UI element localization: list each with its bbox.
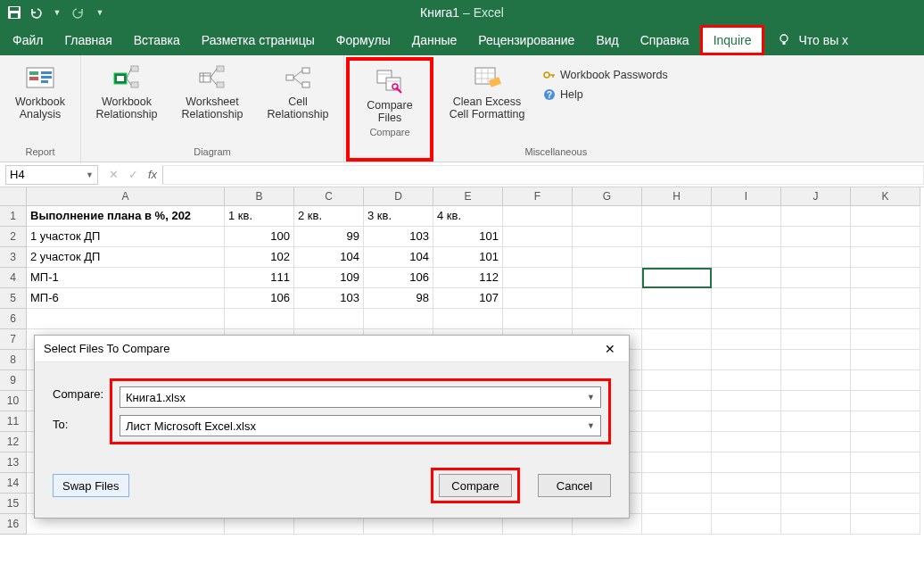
cell[interactable]	[364, 309, 433, 329]
cell[interactable]	[851, 473, 920, 494]
select-all-corner[interactable]	[0, 187, 27, 206]
tab-layout[interactable]: Разметка страницы	[191, 25, 326, 55]
row-header[interactable]: 8	[0, 350, 27, 370]
cell[interactable]	[573, 206, 642, 227]
cell[interactable]	[294, 309, 364, 329]
worksheet-relationship-button[interactable]: Worksheet Relationship	[176, 62, 249, 120]
cell[interactable]	[642, 370, 712, 391]
tab-view[interactable]: Вид	[585, 25, 629, 55]
cell[interactable]	[781, 268, 851, 288]
cell[interactable]	[573, 309, 642, 329]
cell[interactable]	[781, 227, 851, 247]
tab-formulas[interactable]: Формулы	[326, 25, 401, 55]
save-icon[interactable]	[5, 4, 23, 21]
cell[interactable]: 101	[433, 227, 503, 247]
workbook-relationship-button[interactable]: Workbook Relationship	[90, 62, 163, 120]
cell[interactable]	[642, 391, 712, 411]
cell[interactable]: 4 кв.	[433, 206, 503, 227]
cell[interactable]	[851, 329, 920, 350]
cell[interactable]	[573, 268, 642, 288]
cell[interactable]	[503, 288, 573, 309]
cell-relationship-button[interactable]: Cell Relationship	[261, 62, 334, 120]
cell[interactable]	[642, 452, 712, 473]
cell[interactable]	[851, 514, 920, 535]
formula-input[interactable]	[162, 165, 924, 185]
col-header[interactable]: D	[364, 187, 433, 206]
cell[interactable]: 1 кв.	[225, 206, 294, 227]
compare-button[interactable]: Compare	[439, 474, 512, 497]
cell[interactable]	[642, 309, 712, 329]
cancel-formula-icon[interactable]: ✕	[103, 168, 123, 181]
cell[interactable]: 100	[225, 227, 294, 247]
cell[interactable]	[851, 411, 920, 432]
cell[interactable]	[851, 391, 920, 411]
col-header[interactable]: I	[712, 187, 781, 206]
col-header[interactable]: A	[27, 187, 225, 206]
tab-home[interactable]: Главная	[54, 25, 122, 55]
tab-insert[interactable]: Вставка	[123, 25, 191, 55]
cell[interactable]: 106	[364, 268, 433, 288]
cell[interactable]	[642, 227, 712, 247]
cell[interactable]: 104	[294, 247, 364, 268]
workbook-analysis-button[interactable]: Workbook Analysis	[9, 62, 71, 120]
col-header[interactable]: E	[433, 187, 503, 206]
cell[interactable]	[851, 309, 920, 329]
cell[interactable]	[642, 247, 712, 268]
col-header[interactable]: C	[294, 187, 364, 206]
cell[interactable]	[712, 391, 781, 411]
compare-files-button[interactable]: Compare Files	[360, 66, 419, 124]
cell[interactable]	[712, 247, 781, 268]
cell[interactable]	[642, 411, 712, 432]
cell[interactable]: МП-6	[27, 288, 225, 309]
col-header[interactable]: J	[781, 187, 851, 206]
row-header[interactable]: 2	[0, 227, 27, 247]
row-header[interactable]: 13	[0, 452, 27, 473]
cell[interactable]: 103	[364, 227, 433, 247]
cell[interactable]	[712, 206, 781, 227]
cell[interactable]	[712, 288, 781, 309]
row-header[interactable]: 5	[0, 288, 27, 309]
tell-me-icon[interactable]	[771, 25, 796, 55]
cell[interactable]	[712, 452, 781, 473]
cell[interactable]	[503, 206, 573, 227]
cell[interactable]	[781, 329, 851, 350]
cell[interactable]	[712, 350, 781, 370]
cell[interactable]	[781, 411, 851, 432]
to-file-combo[interactable]: Лист Microsoft Excel.xlsx ▼	[120, 415, 601, 436]
cell[interactable]	[781, 288, 851, 309]
cell[interactable]: 111	[225, 268, 294, 288]
cell[interactable]	[851, 288, 920, 309]
cell[interactable]	[781, 494, 851, 514]
cell[interactable]	[642, 473, 712, 494]
name-box-dropdown-icon[interactable]: ▼	[86, 170, 94, 179]
clean-formatting-button[interactable]: Clean Excess Cell Formatting	[444, 62, 530, 120]
row-header[interactable]: 11	[0, 411, 27, 432]
col-header[interactable]: B	[225, 187, 294, 206]
cell[interactable]	[781, 350, 851, 370]
cell[interactable]	[225, 309, 294, 329]
cell[interactable]	[503, 309, 573, 329]
cell[interactable]	[851, 452, 920, 473]
row-header[interactable]: 9	[0, 370, 27, 391]
cell[interactable]: 109	[294, 268, 364, 288]
cell[interactable]: Выполнение плана в %, 202	[27, 206, 225, 227]
row-header[interactable]: 1	[0, 206, 27, 227]
cell[interactable]	[642, 514, 712, 535]
cell[interactable]: 3 кв.	[364, 206, 433, 227]
cell[interactable]: 104	[364, 247, 433, 268]
cell[interactable]	[712, 309, 781, 329]
row-header[interactable]: 6	[0, 309, 27, 329]
redo-icon[interactable]	[70, 4, 87, 21]
cancel-button[interactable]: Cancel	[538, 474, 611, 497]
row-header[interactable]: 16	[0, 514, 27, 535]
cell[interactable]	[712, 411, 781, 432]
cell[interactable]	[712, 432, 781, 452]
cell[interactable]	[851, 350, 920, 370]
cell[interactable]	[712, 370, 781, 391]
cell[interactable]	[851, 227, 920, 247]
cell[interactable]: 112	[433, 268, 503, 288]
selected-cell[interactable]	[642, 268, 712, 288]
cell[interactable]: 102	[225, 247, 294, 268]
cell[interactable]	[712, 268, 781, 288]
tab-help[interactable]: Справка	[630, 25, 700, 55]
